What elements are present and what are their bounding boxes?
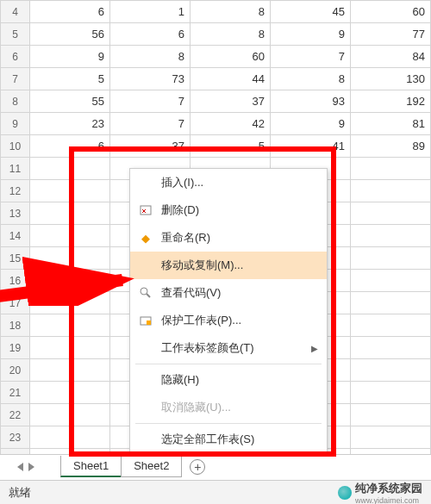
- cell[interactable]: [351, 225, 431, 247]
- cell[interactable]: 130: [351, 68, 431, 90]
- cell[interactable]: 42: [191, 113, 271, 135]
- cell[interactable]: 23: [30, 113, 110, 135]
- cell[interactable]: [30, 247, 110, 270]
- cell[interactable]: [30, 202, 110, 225]
- cell[interactable]: [351, 337, 431, 359]
- tab-prev-icon[interactable]: [17, 463, 23, 471]
- menu-view-code[interactable]: 查看代码(V): [130, 279, 327, 307]
- sheet-tab-1[interactable]: Sheet1: [60, 456, 122, 477]
- cell[interactable]: 8: [110, 46, 191, 68]
- cell[interactable]: 9: [271, 23, 351, 46]
- cell[interactable]: [351, 202, 431, 225]
- cell[interactable]: [30, 225, 110, 247]
- cell[interactable]: 60: [351, 1, 431, 23]
- row-header[interactable]: 21: [1, 382, 30, 404]
- cell[interactable]: 37: [110, 135, 191, 158]
- cell[interactable]: 8: [191, 23, 271, 46]
- cell[interactable]: 37: [191, 90, 271, 113]
- menu-insert[interactable]: 插入(I)...: [130, 169, 327, 196]
- cell[interactable]: [30, 158, 110, 180]
- row-header[interactable]: 14: [1, 225, 30, 247]
- row-header[interactable]: 20: [1, 359, 30, 382]
- cell[interactable]: [30, 426, 110, 449]
- menu-delete[interactable]: 删除(D): [130, 196, 327, 224]
- cell[interactable]: 84: [351, 46, 431, 68]
- cell[interactable]: [351, 382, 431, 404]
- cell[interactable]: 89: [351, 135, 431, 158]
- cell[interactable]: [351, 314, 431, 337]
- menu-tab-color[interactable]: 工作表标签颜色(T) ▶: [130, 334, 327, 362]
- menu-rename-label: 重命名(R): [161, 230, 210, 246]
- menu-rename[interactable]: ◆ 重命名(R): [130, 224, 327, 252]
- cell[interactable]: 9: [30, 46, 110, 68]
- cell[interactable]: [30, 292, 110, 314]
- cell[interactable]: [351, 292, 431, 314]
- cell[interactable]: 93: [271, 90, 351, 113]
- cell[interactable]: 7: [110, 90, 191, 113]
- tab-next-icon[interactable]: [28, 463, 34, 471]
- cell[interactable]: [351, 404, 431, 426]
- cell[interactable]: [30, 337, 110, 359]
- menu-protect-sheet[interactable]: 保护工作表(P)...: [130, 307, 327, 334]
- cell[interactable]: [351, 180, 431, 202]
- cell[interactable]: 45: [271, 1, 351, 23]
- row-header[interactable]: 13: [1, 202, 30, 225]
- cell[interactable]: 56: [30, 23, 110, 46]
- row-header[interactable]: 18: [1, 314, 30, 337]
- cell[interactable]: 41: [271, 135, 351, 158]
- cell[interactable]: 81: [351, 113, 431, 135]
- protect-icon: [137, 312, 154, 329]
- status-bar: 就绪 纯净系统家园 www.yidaimei.com: [0, 480, 431, 504]
- cell[interactable]: 9: [271, 113, 351, 135]
- cell[interactable]: 5: [191, 135, 271, 158]
- row-header[interactable]: 19: [1, 337, 30, 359]
- cell[interactable]: 6: [110, 23, 191, 46]
- cell[interactable]: [30, 404, 110, 426]
- cell[interactable]: 5: [30, 68, 110, 90]
- row-header[interactable]: 4: [1, 1, 30, 23]
- row-header[interactable]: 5: [1, 23, 30, 46]
- cell[interactable]: 6: [30, 1, 110, 23]
- cell[interactable]: 8: [191, 1, 271, 23]
- sheet-tab-2[interactable]: Sheet2: [121, 456, 182, 477]
- menu-separator: [135, 364, 322, 364]
- cell[interactable]: [351, 247, 431, 270]
- row-header[interactable]: 22: [1, 404, 30, 426]
- cell[interactable]: 77: [351, 23, 431, 46]
- row-header[interactable]: 8: [1, 90, 30, 113]
- row-header[interactable]: 12: [1, 180, 30, 202]
- cell[interactable]: 60: [191, 46, 271, 68]
- cell[interactable]: [30, 359, 110, 382]
- row-header[interactable]: 10: [1, 135, 30, 158]
- cell[interactable]: 8: [271, 68, 351, 90]
- menu-move-or-copy[interactable]: 移动或复制(M)...: [130, 252, 327, 279]
- menu-hide[interactable]: 隐藏(H): [130, 366, 327, 394]
- row-header[interactable]: 11: [1, 158, 30, 180]
- cell[interactable]: [351, 158, 431, 180]
- menu-select-all-sheets[interactable]: 选定全部工作表(S): [130, 426, 327, 453]
- add-sheet-button[interactable]: +: [190, 459, 205, 475]
- cell[interactable]: [351, 426, 431, 449]
- cell[interactable]: 6: [30, 135, 110, 158]
- cell[interactable]: 1: [110, 1, 191, 23]
- row-header[interactable]: 17: [1, 292, 30, 314]
- cell[interactable]: 55: [30, 90, 110, 113]
- row-header[interactable]: 6: [1, 46, 30, 68]
- cell[interactable]: 7: [110, 113, 191, 135]
- sheet-tab-strip: Sheet1 Sheet2 +: [0, 454, 431, 478]
- row-header[interactable]: 15: [1, 247, 30, 270]
- cell[interactable]: [351, 270, 431, 292]
- cell[interactable]: [30, 270, 110, 292]
- row-header[interactable]: 9: [1, 113, 30, 135]
- cell[interactable]: 73: [110, 68, 191, 90]
- cell[interactable]: 192: [351, 90, 431, 113]
- row-header[interactable]: 23: [1, 426, 30, 449]
- row-header[interactable]: 16: [1, 270, 30, 292]
- cell[interactable]: [30, 382, 110, 404]
- cell[interactable]: [351, 359, 431, 382]
- cell[interactable]: 44: [191, 68, 271, 90]
- row-header[interactable]: 7: [1, 68, 30, 90]
- cell[interactable]: 7: [271, 46, 351, 68]
- cell[interactable]: [30, 180, 110, 202]
- cell[interactable]: [30, 314, 110, 337]
